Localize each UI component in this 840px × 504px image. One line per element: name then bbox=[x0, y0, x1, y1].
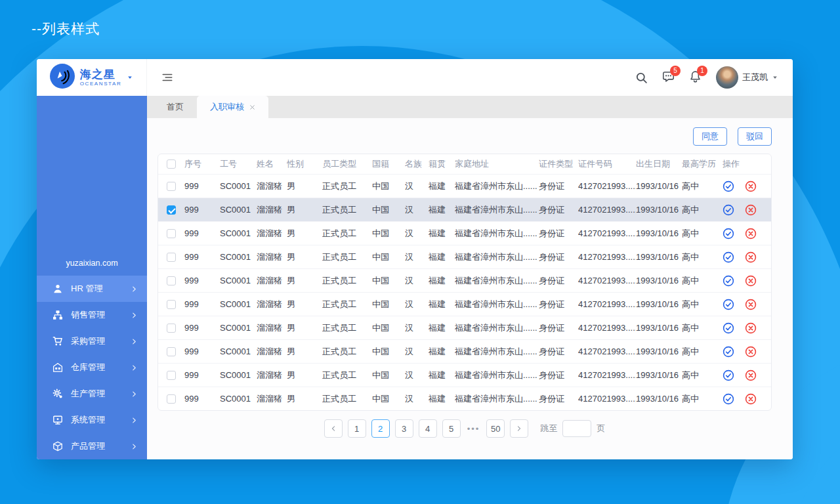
reject-row-icon[interactable] bbox=[745, 299, 757, 310]
prev-page-button[interactable] bbox=[324, 419, 343, 438]
row-checkbox[interactable] bbox=[167, 300, 176, 309]
row-checkbox[interactable] bbox=[167, 394, 176, 404]
cell-education: 高中 bbox=[682, 275, 723, 287]
approve-row-icon[interactable] bbox=[723, 204, 734, 216]
table-row[interactable]: 999 SC0001 溜溜猪 男 正式员工 中国 汉 福建 福建省漳州市东山..… bbox=[158, 339, 771, 363]
user-menu[interactable]: 王茂凯 bbox=[716, 66, 778, 89]
approve-row-icon[interactable] bbox=[723, 369, 734, 381]
approve-row-icon[interactable] bbox=[723, 251, 734, 263]
cell-address: 福建省漳州市东山...... bbox=[455, 393, 539, 405]
cell-birth-date: 1993/10/16 bbox=[636, 394, 682, 404]
close-icon[interactable] bbox=[249, 104, 255, 110]
cell-seq: 999 bbox=[184, 205, 220, 215]
brand-area[interactable]: 海之星 OCEANSTAR bbox=[37, 59, 147, 96]
search-icon[interactable] bbox=[635, 72, 648, 84]
cell-address: 福建省漳州市东山...... bbox=[455, 346, 539, 358]
caret-down-icon[interactable] bbox=[127, 74, 133, 81]
row-checkbox[interactable] bbox=[167, 347, 176, 356]
cell-id-number: 4127021993...... bbox=[578, 323, 636, 333]
cell-emp-type: 正式员工 bbox=[322, 346, 372, 358]
row-checkbox[interactable] bbox=[167, 371, 176, 380]
page-button[interactable]: 1 bbox=[348, 419, 366, 438]
cell-address: 福建省漳州市东山...... bbox=[455, 204, 539, 216]
notifications-icon[interactable]: 1 bbox=[689, 70, 702, 85]
table-row[interactable]: 999 SC0001 溜溜猪 男 正式员工 中国 汉 福建 福建省漳州市东山..… bbox=[158, 198, 771, 221]
cell-address: 福建省漳州市东山...... bbox=[455, 251, 539, 263]
cell-nationality: 中国 bbox=[372, 322, 405, 334]
cell-seq: 999 bbox=[184, 181, 220, 191]
reject-row-icon[interactable] bbox=[745, 204, 757, 216]
table: 序号工号姓名性别员工类型国籍名族籍贯家庭地址证件类型证件号码出生日期最高学历操作… bbox=[158, 154, 772, 411]
sidebar-item[interactable]: 采购管理 bbox=[37, 328, 147, 354]
jump-page-input[interactable] bbox=[562, 420, 591, 437]
sidebar-item[interactable]: 销售管理 bbox=[37, 302, 147, 328]
reject-row-icon[interactable] bbox=[745, 275, 757, 287]
row-checkbox[interactable] bbox=[167, 229, 176, 238]
reject-row-icon[interactable] bbox=[745, 393, 757, 405]
reject-row-icon[interactable] bbox=[745, 251, 757, 263]
approve-row-icon[interactable] bbox=[723, 393, 734, 405]
column-header: 名族 bbox=[405, 158, 429, 170]
table-row[interactable]: 999 SC0001 溜溜猪 男 正式员工 中国 汉 福建 福建省漳州市东山..… bbox=[158, 363, 771, 387]
cell-native-place: 福建 bbox=[429, 228, 455, 240]
cell-seq: 999 bbox=[184, 252, 220, 262]
sidebar-item-icon bbox=[52, 284, 63, 294]
cell-birth-date: 1993/10/16 bbox=[636, 276, 682, 285]
sidebar-item[interactable]: HR 管理 bbox=[37, 276, 147, 302]
row-checkbox[interactable] bbox=[167, 324, 176, 333]
collapse-menu-icon[interactable] bbox=[161, 72, 173, 83]
table-row[interactable]: 999 SC0001 溜溜猪 男 正式员工 中国 汉 福建 福建省漳州市东山..… bbox=[158, 245, 771, 268]
cell-emp-type: 正式员工 bbox=[322, 299, 372, 310]
cell-birth-date: 1993/10/16 bbox=[636, 228, 682, 238]
cell-ethnicity: 汉 bbox=[405, 251, 429, 263]
approve-button[interactable]: 同意 bbox=[693, 127, 727, 146]
cell-ethnicity: 汉 bbox=[405, 204, 429, 216]
table-row[interactable]: 999 SC0001 溜溜猪 男 正式员工 中国 汉 福建 福建省漳州市东山..… bbox=[158, 221, 771, 245]
select-all-checkbox[interactable] bbox=[167, 159, 176, 169]
table-row[interactable]: 999 SC0001 溜溜猪 男 正式员工 中国 汉 福建 福建省漳州市东山..… bbox=[158, 316, 771, 339]
table-row[interactable]: 999 SC0001 溜溜猪 男 正式员工 中国 汉 福建 福建省漳州市东山..… bbox=[158, 174, 771, 198]
page-button[interactable]: 2 bbox=[371, 419, 390, 438]
approve-row-icon[interactable] bbox=[723, 275, 734, 287]
cell-address: 福建省漳州市东山...... bbox=[455, 369, 539, 381]
reject-button[interactable]: 驳回 bbox=[738, 127, 772, 146]
table-row[interactable]: 999 SC0001 溜溜猪 男 正式员工 中国 汉 福建 福建省漳州市东山..… bbox=[158, 292, 771, 316]
table-row[interactable]: 999 SC0001 溜溜猪 男 正式员工 中国 汉 福建 福建省漳州市东山..… bbox=[158, 268, 771, 292]
messages-icon[interactable]: 5 bbox=[662, 70, 675, 85]
sidebar-item[interactable]: 仓库管理 bbox=[37, 354, 147, 381]
sidebar-item[interactable]: 产品管理 bbox=[37, 433, 147, 459]
page-button[interactable]: 4 bbox=[419, 419, 437, 438]
sidebar-item[interactable]: 生产管理 bbox=[37, 381, 147, 407]
reject-row-icon[interactable] bbox=[745, 346, 757, 358]
next-page-button[interactable] bbox=[510, 419, 528, 438]
page-button[interactable]: 5 bbox=[442, 419, 461, 438]
cell-nationality: 中国 bbox=[372, 180, 405, 192]
cell-native-place: 福建 bbox=[429, 299, 455, 310]
reject-row-icon[interactable] bbox=[745, 322, 757, 334]
approve-row-icon[interactable] bbox=[723, 346, 734, 358]
sidebar-footer-link[interactable]: yuzaixian.com bbox=[37, 259, 147, 276]
last-page-button[interactable]: 50 bbox=[486, 419, 505, 438]
table-row[interactable]: 999 SC0001 溜溜猪 男 正式员工 中国 汉 福建 福建省漳州市东山..… bbox=[158, 387, 771, 410]
sidebar-item[interactable]: 系统管理 bbox=[37, 407, 147, 433]
approve-row-icon[interactable] bbox=[723, 228, 734, 240]
reject-row-icon[interactable] bbox=[745, 180, 757, 192]
table-header: 序号工号姓名性别员工类型国籍名族籍贯家庭地址证件类型证件号码出生日期最高学历操作 bbox=[158, 154, 771, 174]
page-button[interactable]: 3 bbox=[395, 419, 413, 438]
tab-home[interactable]: 首页 bbox=[154, 96, 197, 118]
reject-row-icon[interactable] bbox=[745, 228, 757, 240]
row-checkbox[interactable] bbox=[167, 276, 176, 285]
cell-gender: 男 bbox=[287, 369, 322, 381]
approve-row-icon[interactable] bbox=[723, 322, 734, 334]
row-checkbox[interactable] bbox=[167, 182, 176, 191]
page-unit-label: 页 bbox=[597, 423, 605, 434]
main-area: 首页 入职审核 同意 驳回 序号工号姓名性别员工类型国籍名族籍贯家庭地址证件类型… bbox=[147, 96, 793, 459]
cell-name: 溜溜猪 bbox=[257, 322, 287, 334]
row-checkbox[interactable] bbox=[167, 253, 176, 262]
reject-row-icon[interactable] bbox=[745, 369, 757, 381]
tab-onboarding-review[interactable]: 入职审核 bbox=[197, 96, 268, 118]
row-checkbox[interactable] bbox=[167, 205, 176, 215]
sidebar-item-label: 产品管理 bbox=[71, 440, 105, 452]
approve-row-icon[interactable] bbox=[723, 180, 734, 192]
approve-row-icon[interactable] bbox=[723, 299, 734, 310]
